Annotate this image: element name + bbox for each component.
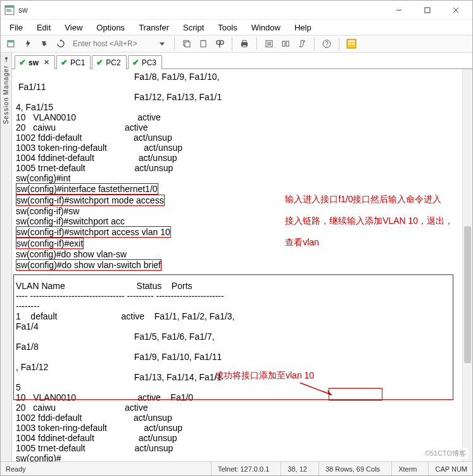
reconnect-icon[interactable]	[54, 37, 68, 51]
terminal-line: 1002 fddi-default act/unsup	[16, 413, 469, 423]
annotation-command-explain: 输入进入接口f1/0接口然后输入命令进入 接入链路，继续输入添加VLAN 10，…	[265, 183, 472, 259]
maximize-button[interactable]	[413, 1, 441, 20]
options-icon[interactable]	[279, 37, 293, 51]
status-size: 38 Rows, 69 Cols	[318, 462, 380, 475]
svg-rect-29	[348, 41, 355, 42]
terminal-line: 10 VLAN0010 active Fa1/0	[16, 392, 469, 402]
terminal-line: 1003 token-ring-default act/unsup	[16, 143, 469, 153]
separator	[339, 37, 339, 50]
check-icon: ✔	[96, 58, 103, 67]
terminal-line: 4, Fa1/15	[16, 102, 469, 112]
terminal-line: Fa1/12, Fa1/13, Fa1/1	[16, 92, 469, 102]
menu-edit[interactable]: Edit	[35, 22, 52, 34]
sidebar-label: Session Manager	[3, 65, 9, 124]
terminal-line: 1002 fddi-default act/unsup	[16, 132, 469, 143]
close-button[interactable]	[441, 1, 470, 20]
menu-options[interactable]: Options	[95, 22, 126, 34]
terminal-line: sw(config)#	[16, 453, 469, 461]
status-ready: Ready	[6, 462, 26, 475]
print-icon[interactable]	[237, 37, 251, 51]
terminal-line: 1003 token-ring-default act/unsup	[16, 423, 469, 433]
status-connection: Telnet: 127.0.0.1	[211, 462, 269, 475]
tab-label: sw	[28, 58, 39, 67]
svg-rect-18	[243, 41, 246, 42]
svg-rect-1	[5, 6, 14, 8]
separator	[314, 37, 315, 50]
menu-window[interactable]: Window	[250, 22, 282, 34]
tab-pc1[interactable]: ✔ PC1	[56, 55, 91, 69]
svg-rect-5	[425, 8, 430, 13]
tab-pc3[interactable]: ✔ PC3	[128, 55, 162, 69]
separator	[232, 37, 232, 50]
tab-label: PC2	[106, 58, 120, 67]
status-term: Xterm	[391, 462, 417, 475]
connect-in-tab-icon[interactable]	[37, 37, 51, 51]
terminal-line: Fa1/11	[16, 82, 469, 92]
pin-icon	[3, 56, 9, 63]
tab-label: PC1	[70, 58, 85, 67]
terminal-line: Fa1/4	[16, 321, 469, 331]
copy-icon[interactable]	[180, 37, 194, 51]
menu-view[interactable]: View	[63, 22, 84, 34]
svg-text:?: ?	[325, 41, 329, 48]
terminal-line: 1004 fddinet-default act/unsup	[16, 433, 469, 443]
menu-help[interactable]: Help	[293, 22, 313, 34]
terminal-line: sw(config)#do show vlan-switch brief	[16, 259, 469, 271]
svg-rect-3	[6, 11, 12, 11]
terminal-line: Fa1/8	[16, 342, 469, 352]
svg-rect-13	[202, 40, 205, 41]
status-cursor: 38, 12	[281, 462, 307, 475]
close-tab-icon[interactable]: ✕	[44, 58, 49, 67]
svg-rect-9	[8, 41, 14, 42]
minimize-button[interactable]	[384, 1, 413, 20]
status-caps: CAP NUM	[428, 462, 467, 475]
session-tabs: ✔ sw ✕ ✔ PC1 ✔ PC2 ✔ PC3	[12, 53, 472, 69]
session-manager-sidebar[interactable]: Session Manager	[1, 53, 12, 461]
terminal-line: ---- -------------------------------- --…	[16, 291, 469, 301]
terminal-line: 1004 fddinet-default act/unsup	[16, 153, 469, 163]
properties-icon[interactable]	[262, 37, 276, 51]
check-icon: ✔	[61, 58, 68, 67]
terminal-line	[16, 271, 469, 281]
svg-rect-25	[286, 41, 289, 46]
svg-rect-2	[6, 10, 11, 10]
menu-file[interactable]: File	[8, 22, 24, 34]
status-bar: Ready Telnet: 127.0.0.1 38, 12 38 Rows, …	[1, 461, 472, 475]
menubar: File Edit View Options Transfer Script T…	[1, 20, 472, 35]
vertical-scrollbar[interactable]	[462, 69, 472, 461]
keymap-icon[interactable]	[295, 37, 309, 51]
menu-transfer[interactable]: Transfer	[137, 22, 170, 34]
help-icon[interactable]: ?	[320, 37, 334, 51]
quick-connect-icon[interactable]	[21, 37, 35, 51]
tab-pc2[interactable]: ✔ PC2	[92, 55, 126, 69]
tab-sw[interactable]: ✔ sw ✕	[15, 55, 55, 69]
separator	[256, 37, 257, 50]
svg-rect-11	[185, 42, 190, 47]
terminal-line: 10 VLAN0010 active	[16, 112, 469, 122]
terminal-line: Fa1/9, Fa1/10, Fa1/11	[16, 352, 469, 362]
menu-tools[interactable]: Tools	[217, 22, 238, 34]
session-manager-icon[interactable]	[344, 37, 358, 51]
terminal-line: 1 default active Fa1/1, Fa1/2, Fa1/3,	[16, 311, 469, 321]
terminal-pane[interactable]: Fa1/8, Fa1/9, Fa1/10, Fa1/11 Fa1/12, Fa1…	[12, 69, 472, 461]
dropdown-icon[interactable]	[155, 37, 169, 51]
separator	[174, 37, 175, 50]
svg-rect-31	[352, 43, 355, 44]
host-input[interactable]	[70, 37, 153, 50]
annotation-success: 成功将接口添加至vlan 10	[215, 370, 314, 381]
svg-rect-19	[243, 45, 246, 47]
paste-icon[interactable]	[196, 37, 210, 51]
svg-rect-12	[201, 41, 206, 47]
check-icon: ✔	[132, 58, 139, 67]
find-icon[interactable]	[213, 37, 227, 51]
terminal-line: Fa1/8, Fa1/9, Fa1/10,	[16, 72, 469, 82]
terminal-line: sw(config)#int	[16, 173, 469, 183]
terminal-line: 1005 trnet-default act/unsup	[16, 163, 469, 173]
new-session-icon[interactable]	[4, 37, 18, 51]
menu-script[interactable]: Script	[182, 22, 205, 34]
svg-rect-30	[348, 43, 351, 44]
terminal-line: --------	[16, 301, 469, 311]
watermark: ©51CTO博客	[422, 447, 469, 459]
terminal-line: Fa1/5, Fa1/6, Fa1/7,	[16, 331, 469, 342]
svg-point-32	[5, 57, 8, 60]
